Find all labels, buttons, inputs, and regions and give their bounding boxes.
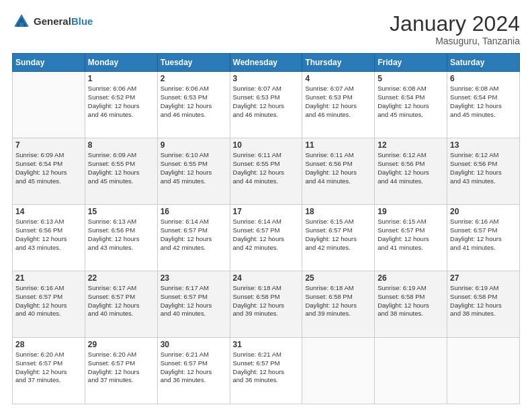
day-info: Sunrise: 6:19 AM Sunset: 6:58 PM Dayligh… — [378, 284, 444, 318]
calendar-subtitle: Masuguru, Tanzania — [390, 36, 520, 46]
logo-text: General Blue — [34, 16, 93, 28]
svg-rect-2 — [19, 23, 24, 27]
calendar-cell: 27Sunrise: 6:19 AM Sunset: 6:58 PM Dayli… — [447, 271, 520, 338]
day-number: 3 — [233, 74, 300, 83]
calendar-cell: 15Sunrise: 6:13 AM Sunset: 6:56 PM Dayli… — [85, 205, 157, 271]
logo-blue: Blue — [71, 16, 93, 28]
col-wednesday: Wednesday — [230, 54, 302, 72]
col-friday: Friday — [375, 54, 447, 72]
calendar-cell: 13Sunrise: 6:12 AM Sunset: 6:56 PM Dayli… — [447, 138, 520, 205]
col-sunday: Sunday — [13, 54, 85, 72]
day-number: 11 — [305, 140, 371, 150]
calendar-cell — [447, 338, 520, 404]
calendar-cell: 22Sunrise: 6:17 AM Sunset: 6:57 PM Dayli… — [85, 271, 157, 338]
day-number: 29 — [88, 340, 154, 349]
day-number: 30 — [161, 340, 227, 349]
day-info: Sunrise: 6:07 AM Sunset: 6:53 PM Dayligh… — [233, 85, 300, 119]
calendar-cell: 18Sunrise: 6:15 AM Sunset: 6:57 PM Dayli… — [302, 205, 375, 271]
header: General Blue January 2024 Masuguru, Tanz… — [12, 12, 520, 46]
col-tuesday: Tuesday — [157, 54, 230, 72]
title-block: January 2024 Masuguru, Tanzania — [390, 12, 520, 46]
day-number: 18 — [305, 207, 371, 216]
day-number: 23 — [161, 273, 227, 283]
calendar-cell — [13, 72, 85, 138]
day-number: 16 — [161, 207, 227, 216]
calendar-cell: 17Sunrise: 6:14 AM Sunset: 6:57 PM Dayli… — [230, 205, 302, 271]
calendar-cell: 21Sunrise: 6:16 AM Sunset: 6:57 PM Dayli… — [13, 271, 85, 338]
calendar-cell: 19Sunrise: 6:15 AM Sunset: 6:57 PM Dayli… — [375, 205, 447, 271]
day-number: 21 — [15, 273, 82, 283]
day-info: Sunrise: 6:08 AM Sunset: 6:54 PM Dayligh… — [450, 85, 517, 119]
calendar-cell: 28Sunrise: 6:20 AM Sunset: 6:57 PM Dayli… — [13, 338, 85, 404]
calendar-cell: 12Sunrise: 6:12 AM Sunset: 6:56 PM Dayli… — [375, 138, 447, 205]
calendar-cell: 16Sunrise: 6:14 AM Sunset: 6:57 PM Dayli… — [157, 205, 230, 271]
day-info: Sunrise: 6:14 AM Sunset: 6:57 PM Dayligh… — [161, 218, 227, 252]
calendar-week-4: 21Sunrise: 6:16 AM Sunset: 6:57 PM Dayli… — [13, 271, 520, 338]
day-info: Sunrise: 6:12 AM Sunset: 6:56 PM Dayligh… — [450, 151, 517, 185]
calendar-week-1: 1Sunrise: 6:06 AM Sunset: 6:52 PM Daylig… — [13, 72, 520, 138]
day-info: Sunrise: 6:13 AM Sunset: 6:56 PM Dayligh… — [15, 218, 82, 252]
day-number: 10 — [233, 140, 300, 150]
day-info: Sunrise: 6:09 AM Sunset: 6:55 PM Dayligh… — [88, 151, 154, 185]
calendar-cell: 25Sunrise: 6:18 AM Sunset: 6:58 PM Dayli… — [302, 271, 375, 338]
day-info: Sunrise: 6:19 AM Sunset: 6:58 PM Dayligh… — [450, 284, 517, 318]
day-info: Sunrise: 6:06 AM Sunset: 6:52 PM Dayligh… — [88, 85, 154, 119]
calendar-cell: 7Sunrise: 6:09 AM Sunset: 6:54 PM Daylig… — [13, 138, 85, 205]
day-info: Sunrise: 6:17 AM Sunset: 6:57 PM Dayligh… — [88, 284, 154, 318]
day-info: Sunrise: 6:07 AM Sunset: 6:53 PM Dayligh… — [305, 85, 371, 119]
calendar-title: January 2024 — [390, 12, 520, 36]
day-number: 7 — [15, 140, 82, 150]
calendar-cell: 8Sunrise: 6:09 AM Sunset: 6:55 PM Daylig… — [85, 138, 157, 205]
day-info: Sunrise: 6:18 AM Sunset: 6:58 PM Dayligh… — [305, 284, 371, 318]
page: General Blue January 2024 Masuguru, Tanz… — [0, 0, 532, 411]
day-number: 24 — [233, 273, 300, 283]
day-info: Sunrise: 6:17 AM Sunset: 6:57 PM Dayligh… — [161, 284, 227, 318]
calendar-cell: 29Sunrise: 6:20 AM Sunset: 6:57 PM Dayli… — [85, 338, 157, 404]
day-number: 27 — [450, 273, 517, 283]
calendar-week-3: 14Sunrise: 6:13 AM Sunset: 6:56 PM Dayli… — [13, 205, 520, 271]
col-monday: Monday — [85, 54, 157, 72]
day-number: 5 — [378, 74, 444, 83]
day-info: Sunrise: 6:12 AM Sunset: 6:56 PM Dayligh… — [378, 151, 444, 185]
day-info: Sunrise: 6:13 AM Sunset: 6:56 PM Dayligh… — [88, 218, 154, 252]
calendar-week-5: 28Sunrise: 6:20 AM Sunset: 6:57 PM Dayli… — [13, 338, 520, 404]
day-info: Sunrise: 6:06 AM Sunset: 6:53 PM Dayligh… — [161, 85, 227, 119]
calendar-cell: 20Sunrise: 6:16 AM Sunset: 6:57 PM Dayli… — [447, 205, 520, 271]
calendar-cell: 14Sunrise: 6:13 AM Sunset: 6:56 PM Dayli… — [13, 205, 85, 271]
calendar-cell — [302, 338, 375, 404]
calendar-cell: 10Sunrise: 6:11 AM Sunset: 6:55 PM Dayli… — [230, 138, 302, 205]
calendar-cell: 23Sunrise: 6:17 AM Sunset: 6:57 PM Dayli… — [157, 271, 230, 338]
logo-icon — [12, 12, 31, 31]
calendar-cell: 26Sunrise: 6:19 AM Sunset: 6:58 PM Dayli… — [375, 271, 447, 338]
day-number: 8 — [88, 140, 154, 150]
col-saturday: Saturday — [447, 54, 520, 72]
day-number: 14 — [15, 207, 82, 216]
day-info: Sunrise: 6:15 AM Sunset: 6:57 PM Dayligh… — [378, 218, 444, 252]
day-info: Sunrise: 6:11 AM Sunset: 6:56 PM Dayligh… — [305, 151, 371, 185]
calendar-cell: 6Sunrise: 6:08 AM Sunset: 6:54 PM Daylig… — [447, 72, 520, 138]
day-number: 19 — [378, 207, 444, 216]
day-info: Sunrise: 6:10 AM Sunset: 6:55 PM Dayligh… — [161, 151, 227, 185]
day-info: Sunrise: 6:21 AM Sunset: 6:57 PM Dayligh… — [161, 351, 227, 385]
day-info: Sunrise: 6:20 AM Sunset: 6:57 PM Dayligh… — [88, 351, 154, 385]
calendar-cell: 1Sunrise: 6:06 AM Sunset: 6:52 PM Daylig… — [85, 72, 157, 138]
day-number: 20 — [450, 207, 517, 216]
day-number: 9 — [161, 140, 227, 150]
logo-general: General — [34, 16, 71, 28]
calendar-cell: 4Sunrise: 6:07 AM Sunset: 6:53 PM Daylig… — [302, 72, 375, 138]
day-info: Sunrise: 6:18 AM Sunset: 6:58 PM Dayligh… — [233, 284, 300, 318]
calendar-cell: 24Sunrise: 6:18 AM Sunset: 6:58 PM Dayli… — [230, 271, 302, 338]
day-number: 25 — [305, 273, 371, 283]
calendar-week-2: 7Sunrise: 6:09 AM Sunset: 6:54 PM Daylig… — [13, 138, 520, 205]
calendar-table: Sunday Monday Tuesday Wednesday Thursday… — [12, 53, 520, 404]
day-info: Sunrise: 6:15 AM Sunset: 6:57 PM Dayligh… — [305, 218, 371, 252]
day-info: Sunrise: 6:16 AM Sunset: 6:57 PM Dayligh… — [450, 218, 517, 252]
day-number: 6 — [450, 74, 517, 83]
calendar-header-row: Sunday Monday Tuesday Wednesday Thursday… — [13, 54, 520, 72]
day-number: 22 — [88, 273, 154, 283]
logo: General Blue — [12, 12, 93, 31]
day-number: 2 — [161, 74, 227, 83]
calendar-cell — [375, 338, 447, 404]
day-number: 12 — [378, 140, 444, 150]
day-info: Sunrise: 6:16 AM Sunset: 6:57 PM Dayligh… — [15, 284, 82, 318]
